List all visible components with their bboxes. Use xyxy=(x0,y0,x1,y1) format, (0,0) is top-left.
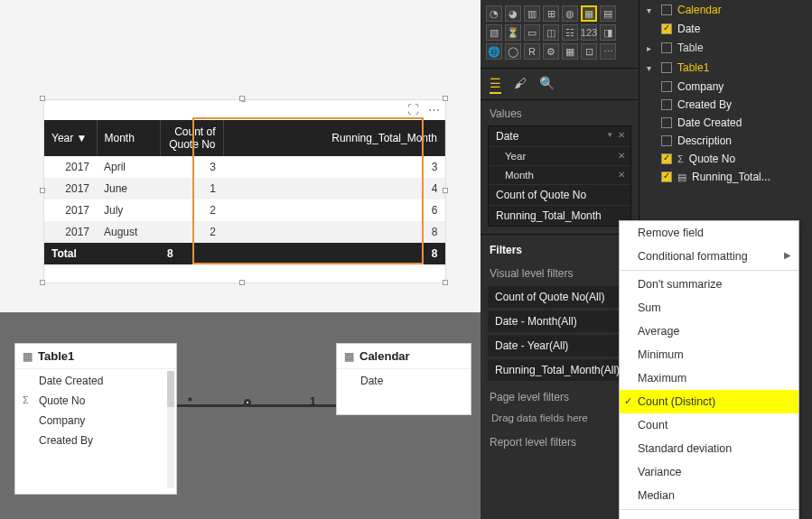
checkbox-icon[interactable] xyxy=(661,23,672,34)
field-running[interactable]: ▤Running_Total... xyxy=(639,168,812,186)
col-month[interactable]: Month xyxy=(97,120,160,156)
checkbox-icon[interactable] xyxy=(661,153,672,164)
field-quoteno[interactable]: ΣQuote No xyxy=(639,150,812,168)
remove-icon[interactable]: ✕ xyxy=(618,151,625,161)
viz-type-icon[interactable]: ◔ xyxy=(486,5,502,22)
viz-type-icon[interactable]: ▧ xyxy=(486,24,502,41)
table-visual[interactable]: ≡ ⛶ ⋯ Year ▼ Month Count of Quote No Run… xyxy=(43,99,446,283)
viz-type-icon[interactable]: 123 xyxy=(581,24,597,41)
field-description[interactable]: Description xyxy=(639,132,812,150)
remove-icon[interactable]: ✕ xyxy=(618,170,625,180)
menu-count[interactable]: Count xyxy=(620,413,798,437)
field-createdby[interactable]: Created By xyxy=(639,96,812,114)
analytics-tab-icon[interactable]: 🔍 xyxy=(539,76,555,94)
menu-minimum[interactable]: Minimum xyxy=(620,343,798,366)
viz-type-table-icon[interactable]: ▦ xyxy=(581,5,597,22)
drag-hint[interactable]: Drag data fields here xyxy=(481,407,639,429)
filter-item[interactable]: Date - Year(All) xyxy=(488,335,631,357)
cell: 3 xyxy=(160,156,223,178)
cell: 2017 xyxy=(44,221,97,243)
resize-handle[interactable] xyxy=(443,280,448,285)
chevron-down-icon[interactable]: ▾ xyxy=(608,130,612,139)
viz-type-icon[interactable]: ▭ xyxy=(524,24,540,41)
measure-icon: ▤ xyxy=(677,171,686,183)
table-row: 2017August28 xyxy=(44,221,445,243)
focus-mode-icon[interactable]: ⛶ xyxy=(407,103,419,116)
table-table[interactable]: ▸Table xyxy=(639,38,812,58)
values-well[interactable]: Date▾✕ Year✕ Month✕ Count of Quote No Ru… xyxy=(488,125,631,227)
filter-item[interactable]: Count of Quote No(All) xyxy=(488,286,631,308)
checkbox-icon[interactable] xyxy=(661,135,672,146)
viz-type-icon[interactable]: ⊞ xyxy=(543,5,559,22)
resize-handle[interactable] xyxy=(40,188,45,193)
viz-type-icon[interactable]: ◍ xyxy=(562,5,578,22)
viz-type-icon[interactable]: ◯ xyxy=(505,43,521,60)
viz-type-icon[interactable]: ◕ xyxy=(505,5,521,22)
scrollbar[interactable] xyxy=(167,371,174,488)
field-datecreated[interactable]: Date Created xyxy=(639,114,812,132)
viz-type-icon[interactable]: ◨ xyxy=(600,24,616,41)
resize-handle[interactable] xyxy=(239,96,245,101)
viz-type-icon[interactable]: ☷ xyxy=(562,24,578,41)
col-running[interactable]: Running_Total_Month xyxy=(223,120,445,156)
field-date[interactable]: Date xyxy=(639,20,812,38)
values-label: Values xyxy=(481,100,639,124)
col-count[interactable]: Count of Quote No xyxy=(160,120,223,156)
table-table1[interactable]: ▾Table1 xyxy=(639,58,812,78)
fields-tab-icon[interactable]: ☰ xyxy=(490,76,501,94)
menu-median[interactable]: Median xyxy=(620,484,798,507)
table-row: 2017June14 xyxy=(44,178,445,199)
viz-type-icon[interactable]: ◫ xyxy=(543,24,559,41)
menu-count-distinct[interactable]: Count (Distinct) xyxy=(620,390,798,413)
filters-header: Filters xyxy=(481,234,639,264)
field-company[interactable]: Company xyxy=(639,78,812,96)
resize-handle[interactable] xyxy=(239,280,245,285)
viz-type-icon[interactable]: R xyxy=(524,43,540,60)
table-row: 2017April33 xyxy=(44,156,445,178)
menu-maximum[interactable]: Maximum xyxy=(620,366,798,390)
data-table: Year ▼ Month Count of Quote No Running_T… xyxy=(44,120,445,264)
entity-field[interactable]: Created By xyxy=(15,431,176,450)
entity-field[interactable]: Date Created xyxy=(15,371,176,391)
menu-std[interactable]: Standard deviation xyxy=(620,437,798,460)
remove-icon[interactable]: ✕ xyxy=(618,130,625,140)
entity-field[interactable]: Company xyxy=(15,411,176,431)
viz-type-icon[interactable]: ▥ xyxy=(524,5,540,22)
entity-field[interactable]: Date xyxy=(337,371,471,391)
resize-handle[interactable] xyxy=(40,280,45,285)
more-options-icon[interactable]: ⋯ xyxy=(428,103,440,116)
cell: August xyxy=(97,221,160,243)
menu-conditional-formatting[interactable]: Conditional formatting▶ xyxy=(620,245,798,268)
resize-handle[interactable] xyxy=(443,96,448,101)
viz-type-icon[interactable]: ▦ xyxy=(562,43,578,60)
viz-type-icon[interactable]: 🌐 xyxy=(486,43,502,60)
menu-variance[interactable]: Variance xyxy=(620,460,798,484)
checkbox-icon[interactable] xyxy=(661,99,672,110)
viz-type-icon[interactable]: ⚙ xyxy=(543,43,559,60)
resize-handle[interactable] xyxy=(40,96,45,101)
menu-sum[interactable]: Sum xyxy=(620,296,798,320)
checkbox-icon[interactable] xyxy=(661,117,672,128)
relationship-handle-icon[interactable] xyxy=(244,399,251,406)
viz-type-icon[interactable]: ⋯ xyxy=(600,43,616,60)
entity-table1[interactable]: Table1 Date Created Quote No Company Cre… xyxy=(14,343,177,495)
format-tab-icon[interactable]: 🖌 xyxy=(514,76,527,94)
filter-item[interactable]: Date - Month(All) xyxy=(488,310,631,332)
checkbox-icon[interactable] xyxy=(661,81,672,92)
viz-type-icon[interactable]: ⏳ xyxy=(505,24,521,41)
checkbox-icon[interactable] xyxy=(661,171,672,182)
resize-handle[interactable] xyxy=(443,188,448,193)
table-calendar[interactable]: ▾Calendar xyxy=(639,0,812,20)
entity-field[interactable]: Quote No xyxy=(15,391,176,411)
table-icon xyxy=(661,42,672,53)
menu-show-value-as[interactable]: Show value as▶ xyxy=(620,512,798,519)
menu-average[interactable]: Average xyxy=(620,320,798,343)
entity-calendar[interactable]: Calendar Date xyxy=(336,343,471,415)
menu-dont-summarize[interactable]: Don't summarize xyxy=(620,273,798,296)
col-year[interactable]: Year ▼ xyxy=(44,120,97,156)
filter-item[interactable]: Running_Total_Month(All) xyxy=(488,359,631,381)
viz-type-icon[interactable]: ⊡ xyxy=(581,43,597,60)
table-icon xyxy=(661,5,672,15)
viz-type-icon[interactable]: ▤ xyxy=(600,5,616,22)
menu-remove-field[interactable]: Remove field xyxy=(620,221,798,245)
